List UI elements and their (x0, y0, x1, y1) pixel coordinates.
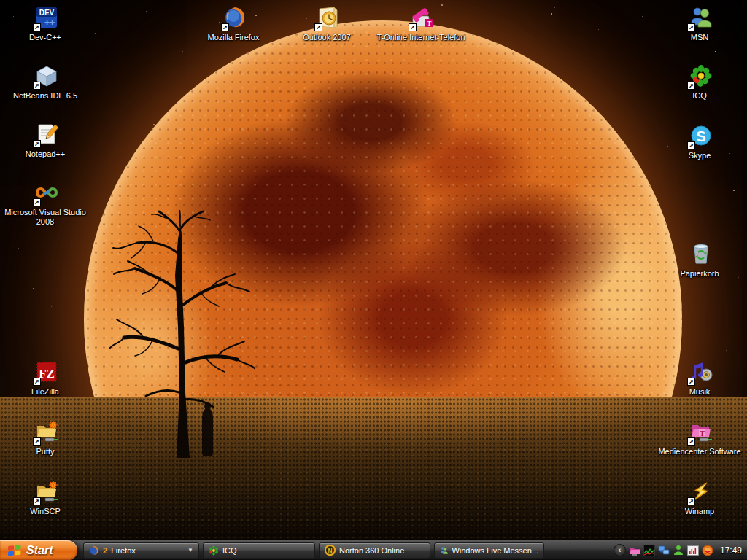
t-online-tray-icon[interactable] (629, 545, 640, 556)
desktop-icon-netbeans[interactable]: ➚ NetBeans IDE 6.5 (1, 64, 89, 101)
desktop-icon-visual-studio[interactable]: ➚ Microsoft Visual Studio 2008 (1, 181, 89, 227)
clock[interactable]: 17:49 (720, 545, 742, 556)
task-button-wlm[interactable]: Windows Live Messen... (434, 542, 544, 559)
task-button-label: ICQ (222, 546, 237, 555)
recycle-bin-icon (689, 242, 713, 265)
task-button-norton[interactable]: N Norton 360 Online (319, 542, 430, 559)
desktop-icon-skype[interactable]: S ➚ Skype (649, 124, 747, 160)
shortcut-arrow-icon: ➚ (33, 82, 41, 90)
volume-meter-tray-icon[interactable] (687, 545, 699, 556)
icq-status-tray-icon[interactable] (673, 545, 684, 556)
icon-label: Dev-C++ (29, 33, 61, 42)
icon-label: WinSCP (30, 507, 61, 516)
desktop-icon-icq[interactable]: ➚ ICQ (649, 64, 747, 101)
icon-label: Putty (36, 447, 54, 456)
shortcut-arrow-icon: ➚ (687, 82, 695, 90)
svg-text:S: S (696, 128, 705, 144)
svg-text:N: N (328, 547, 332, 554)
shortcut-arrow-icon: ➚ (33, 378, 41, 386)
desktop-icon-papierkorb[interactable]: Papierkorb (649, 242, 747, 279)
icon-label: Outlook 2007 (303, 33, 350, 42)
shortcut-arrow-icon: ➚ (33, 438, 41, 446)
person-body (202, 408, 213, 456)
icq-task-icon (209, 545, 219, 556)
shortcut-arrow-icon: ➚ (314, 23, 322, 31)
windows-logo-icon (7, 544, 22, 557)
norton-task-icon: N (325, 545, 336, 556)
icon-label: Skype (689, 151, 711, 160)
svg-text:T: T (427, 20, 431, 27)
shortcut-arrow-icon: ➚ (687, 378, 695, 386)
group-dropdown-icon[interactable]: ▼ (187, 547, 193, 553)
svg-text:FZ: FZ (39, 367, 55, 381)
network-connections-tray-icon[interactable] (658, 545, 670, 556)
system-tray: ‹ (611, 540, 747, 560)
shortcut-arrow-icon: ➚ (687, 141, 695, 149)
window-count: 2 (103, 546, 107, 555)
icon-label: Microsoft Visual Studio 2008 (1, 208, 89, 227)
icon-label: NetBeans IDE 6.5 (13, 91, 77, 101)
desktop: DEV ++ ➚ Dev-C++ ➚ NetBeans IDE 6.5 (0, 0, 747, 560)
alert-tray-icon[interactable] (702, 545, 713, 556)
svg-text:DEV: DEV (39, 9, 55, 17)
shortcut-arrow-icon: ➚ (409, 23, 417, 31)
desktop-icon-winamp[interactable]: ➚ Winamp (649, 480, 747, 516)
desktop-icon-dev-cpp[interactable]: DEV ++ ➚ Dev-C++ (1, 6, 89, 42)
desktop-icon-msn[interactable]: ➚ MSN (649, 6, 747, 42)
task-button-label: Windows Live Messen... (452, 546, 538, 555)
icon-label: Notepad++ (26, 149, 65, 159)
shortcut-arrow-icon: ➚ (221, 23, 229, 31)
taskbar: Start 2 Firefox ▼ (0, 540, 747, 560)
tray-expand-chevron-icon[interactable]: ‹ (614, 544, 626, 556)
start-button[interactable]: Start (0, 540, 77, 560)
icon-label: ICQ (692, 91, 707, 101)
icon-label: Musik (689, 387, 711, 397)
desktop-icon-mediencenter[interactable]: T ➚ Mediencenter Software (649, 420, 747, 456)
start-label: Start (26, 544, 53, 557)
network-monitor-tray-icon[interactable] (643, 545, 655, 556)
desktop-icon-t-online[interactable]: T ➚ T-Online Internet-Telefon (363, 6, 479, 42)
task-button-icq[interactable]: ICQ (203, 542, 315, 559)
shortcut-arrow-icon: ➚ (33, 198, 41, 206)
desktop-icon-filezilla[interactable]: FZ ➚ FileZilla (1, 360, 89, 397)
icon-label: FileZilla (31, 387, 59, 397)
icon-label: Winamp (685, 507, 714, 516)
icon-label: MSN (691, 33, 708, 42)
icon-label: T-Online Internet-Telefon (376, 33, 465, 42)
icon-label: Mozilla Firefox (208, 33, 260, 42)
shortcut-arrow-icon: ➚ (687, 497, 695, 505)
task-buttons: 2 Firefox ▼ ICQ (83, 542, 544, 559)
desktop-icon-putty[interactable]: ➚ Putty (1, 420, 89, 456)
desktop-icon-winscp[interactable]: ➚ WinSCP (1, 480, 89, 516)
shortcut-arrow-icon: ➚ (687, 438, 695, 446)
icon-label: Papierkorb (680, 269, 719, 279)
tree-silhouette (109, 210, 255, 458)
firefox-task-icon (89, 545, 99, 556)
stars-big (0, 0, 1, 1)
shortcut-arrow-icon: ➚ (33, 140, 41, 148)
desktop-icon-musik[interactable]: ➚ Musik (649, 360, 747, 397)
svg-text:++: ++ (44, 18, 55, 28)
svg-text:T: T (700, 429, 705, 438)
shortcut-arrow-icon: ➚ (33, 497, 41, 505)
task-button-firefox[interactable]: 2 Firefox ▼ (83, 542, 199, 559)
shortcut-arrow-icon: ➚ (33, 23, 41, 31)
task-button-label: Firefox (111, 546, 136, 555)
messenger-task-icon (440, 545, 448, 556)
desktop-icon-notepadpp[interactable]: ➚ Notepad++ (1, 122, 89, 159)
person-silhouette (202, 402, 213, 456)
icon-label: Mediencenter Software (658, 447, 740, 456)
task-button-label: Norton 360 Online (339, 546, 404, 555)
shortcut-arrow-icon: ➚ (687, 23, 695, 31)
